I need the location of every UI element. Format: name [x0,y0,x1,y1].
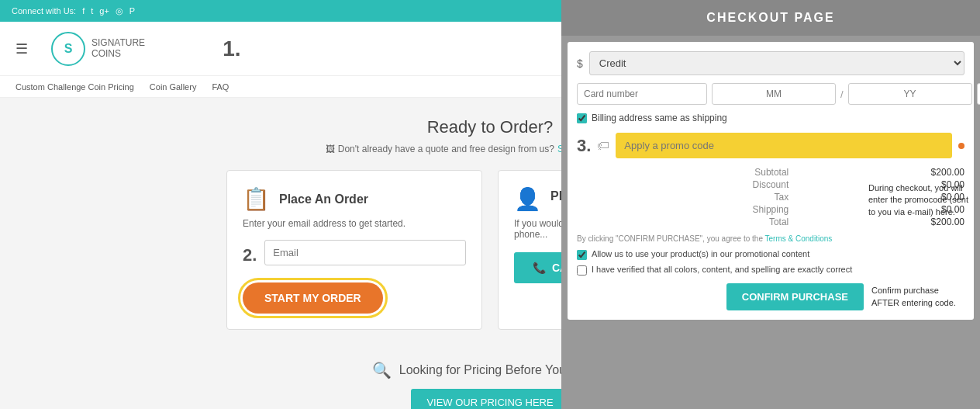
card-cvc-input[interactable] [977,83,980,105]
phone-btn-icon: 📞 [533,262,546,274]
instagram-icon[interactable]: ◎ [116,6,123,16]
subnav-pricing[interactable]: Custom Challenge Coin Pricing [16,82,134,92]
menu-toggle[interactable]: ☰ [16,40,28,57]
step-1-number: 1. [223,36,240,61]
consent2-row: I have verified that all colors, content… [577,265,964,276]
confirm-purchase-button[interactable]: CONFIRM PURCHASE [726,283,864,310]
card-number-input[interactable] [577,83,707,105]
connect-label: Connect with Us: [12,6,76,16]
billing-same-label: Billing address same as shipping [592,113,727,123]
order-card-subtitle: Enter your email address to get started. [243,218,466,229]
terms-line: By clicking "CONFIRM PURCHASE", you agre… [577,234,964,243]
dollar-icon: $ [577,57,583,70]
card-yy-input[interactable] [848,83,972,105]
consent1-checkbox[interactable] [577,250,587,260]
checkout-header: CHECKOUT PAGE [561,0,980,36]
order-card-header: 📋 Place An Order [243,186,466,212]
order-card-title: Place An Order [279,192,368,206]
confirm-row: CONFIRM PURCHASE Confirm purchase AFTER … [577,283,964,310]
facebook-icon[interactable]: f [82,6,85,16]
start-order-button[interactable]: START MY ORDER [243,282,383,314]
artwork-icon: 🖼 [326,144,335,154]
promo-code-input[interactable] [616,133,952,158]
order-card: 📋 Place An Order Enter your email addres… [226,170,482,330]
step-3-label: 3. [577,136,591,156]
pinterest-icon[interactable]: P [129,6,135,16]
subnav-faq[interactable]: FAQ [212,82,229,92]
page-title: Ready to Order? [427,117,554,137]
google-plus-icon[interactable]: g+ [99,6,109,16]
subnav-gallery[interactable]: Coin Gallery [150,82,197,92]
step3-row: 3. 🏷 [577,133,964,158]
view-pricing-button[interactable]: VIEW OUR PRICING HERE [411,389,568,409]
promo-annotation: During checkout, you will enter the prom… [868,182,969,218]
consent2-label: I have verified that all colors, content… [592,265,852,274]
consent1-label: Allow us to use your product(s) in our p… [592,249,809,258]
logo-icon: S [51,32,85,66]
consent2-checkbox[interactable] [577,265,587,276]
billing-same-row: Billing address same as shipping [577,113,964,123]
terms-link[interactable]: Terms & Conditions [765,234,833,243]
subtotal-row: Subtotal $200.00 [577,166,964,179]
billing-same-checkbox[interactable] [577,113,587,123]
step-2-label: 2. [243,245,257,265]
search-icon: 🔍 [372,361,392,380]
consent1-row: Allow us to use your product(s) in our p… [577,249,964,260]
email-input[interactable] [264,240,466,265]
tag-icon: 🏷 [597,139,609,153]
connect-area: Connect with Us: f t g+ ◎ P [12,6,135,16]
order-icon: 📋 [243,186,270,212]
twitter-icon[interactable]: t [91,6,93,16]
phone-icon: 👤 [514,186,541,212]
logo-area: S SIGNATURE COINS [51,32,145,66]
promo-indicator [958,143,964,149]
card-mm-input[interactable] [712,83,836,105]
card-fields: / [577,83,964,105]
logo-text: SIGNATURE COINS [91,38,145,58]
confirm-annotation: Confirm purchase AFTER entering code. [871,285,964,309]
payment-type-row: $ Credit [577,51,964,75]
payment-type-select[interactable]: Credit [589,51,964,75]
checkout-panel: CHECKOUT PAGE $ Credit / Billing address… [561,0,980,409]
